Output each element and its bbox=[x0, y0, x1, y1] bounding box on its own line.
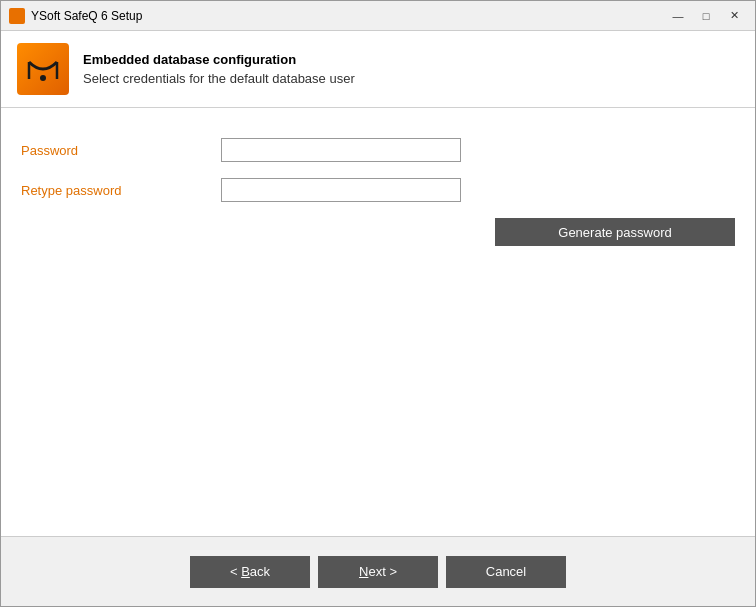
cancel-button[interactable]: Cancel bbox=[446, 556, 566, 588]
app-logo bbox=[17, 43, 69, 95]
footer: < Back Next > Cancel bbox=[1, 536, 755, 606]
next-button[interactable]: Next > bbox=[318, 556, 438, 588]
header-subtitle: Select credentials for the default datab… bbox=[83, 71, 355, 86]
title-bar: YSoft SafeQ 6 Setup — □ ✕ bbox=[1, 1, 755, 31]
retype-label: Retype password bbox=[21, 183, 221, 198]
header-text: Embedded database configuration Select c… bbox=[83, 52, 355, 86]
back-button[interactable]: < Back bbox=[190, 556, 310, 588]
password-input[interactable] bbox=[221, 138, 461, 162]
main-window: YSoft SafeQ 6 Setup — □ ✕ Embedded datab… bbox=[0, 0, 756, 607]
minimize-button[interactable]: — bbox=[665, 6, 691, 26]
password-row: Password bbox=[21, 138, 735, 162]
window-controls: — □ ✕ bbox=[665, 6, 747, 26]
next-label-text: N bbox=[359, 564, 368, 579]
header-title: Embedded database configuration bbox=[83, 52, 355, 67]
window-title: YSoft SafeQ 6 Setup bbox=[31, 9, 665, 23]
header-section: Embedded database configuration Select c… bbox=[1, 31, 755, 108]
retype-input[interactable] bbox=[221, 178, 461, 202]
back-label-text: B bbox=[241, 564, 250, 579]
password-label: Password bbox=[21, 143, 221, 158]
close-button[interactable]: ✕ bbox=[721, 6, 747, 26]
maximize-button[interactable]: □ bbox=[693, 6, 719, 26]
app-icon bbox=[9, 8, 25, 24]
retype-row: Retype password bbox=[21, 178, 735, 202]
svg-point-2 bbox=[40, 75, 46, 81]
logo-svg bbox=[25, 54, 61, 84]
generate-btn-row: Generate password bbox=[221, 218, 735, 246]
main-content: Password Retype password Generate passwo… bbox=[1, 108, 755, 536]
generate-password-button[interactable]: Generate password bbox=[495, 218, 735, 246]
